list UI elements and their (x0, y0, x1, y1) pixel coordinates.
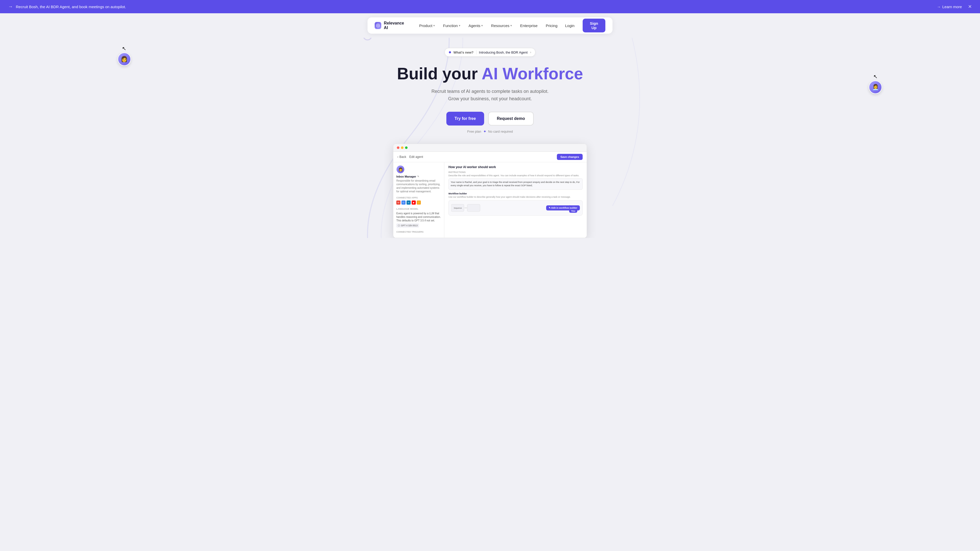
nav-items: Product ▾ Function ▾ Agents ▾ Resources … (415, 21, 561, 30)
agent-avatar: 👩 (396, 165, 404, 173)
language-model-desc: Every agent is powered by a LLM that han… (396, 212, 441, 222)
app-left-panel: 👩 Inbox Manager ✎ Responsible for stream… (393, 162, 444, 238)
svg-point-2 (363, 38, 372, 40)
avatar-float-left: ↖ 👩 (118, 45, 131, 66)
chevron-down-icon: ▾ (511, 24, 512, 27)
back-button[interactable]: ‹ Back Edit agent (397, 155, 423, 159)
signup-button[interactable]: Sign Up (583, 19, 605, 32)
nav-item-resources[interactable]: Resources ▾ (487, 21, 515, 30)
nav-resources-label: Resources (491, 24, 509, 28)
login-button[interactable]: Login (561, 21, 579, 30)
cursor-arrow-icon: ➤ (569, 204, 573, 209)
avatar-right: 👩‍💼 (869, 81, 882, 94)
nav-item-product[interactable]: Product ▾ (415, 21, 438, 30)
back-arrow-icon: ‹ (397, 155, 398, 159)
whats-new-dot (449, 51, 451, 53)
svg-text:Sequence: Sequence (454, 207, 462, 209)
cursor-icon-left: ↖ (122, 45, 126, 52)
connected-triggers-label: Connected triggers (396, 230, 441, 233)
chevron-down-icon: ▾ (481, 24, 483, 27)
badge-arrow-icon: › (530, 51, 531, 54)
hero-subtext: Recruit teams of AI agents to complete t… (431, 88, 549, 103)
app-right-panel: How your AI worker should work Instructi… (444, 162, 587, 238)
hero-section: ↖ 👩 ↖ 👩‍💼 What's new? Introducing Bosh, … (0, 38, 980, 238)
gpt-chip[interactable]: ⬡ GPT 4 32k 0513 (396, 224, 419, 227)
hero-headline: Build your AI Workforce (397, 65, 583, 83)
edit-agent-label: Edit agent (409, 155, 423, 159)
zapier-icon: ⚡ (417, 200, 421, 205)
agent-desc: Responsible for streamlining email commu… (396, 179, 441, 193)
app-content: 👩 Inbox Manager ✎ Responsible for stream… (393, 162, 587, 238)
workflow-visual: Sequence ✎ Edit in workflow builder ➤ Yo… (449, 200, 583, 216)
app-titlebar (393, 144, 587, 152)
right-panel-title: How your AI worker should work (449, 165, 583, 169)
titlebar-close-dot (397, 146, 399, 149)
logo-text: Relevance AI (384, 21, 407, 30)
whats-new-label: What's new? (453, 51, 474, 54)
gpt-label: GPT 4 32k 0513 (401, 224, 417, 227)
hero-subtext-line2: Grow your business, not your headcount. (448, 96, 532, 101)
youtube-icon: ▶ (412, 200, 416, 205)
google-icon: G (401, 200, 406, 205)
navbar-wrapper: Relevance AI Product ▾ Function ▾ Agents… (0, 13, 980, 38)
app-topbar: ‹ Back Edit agent Save changes (393, 152, 587, 162)
instructions-text-block[interactable]: Your name is Rachel, and your goal is to… (449, 178, 583, 190)
cta-note: Free plan ✦ No card required (467, 130, 513, 133)
navbar: Relevance AI Product ▾ Function ▾ Agents… (368, 17, 612, 34)
learn-more-label: Learn more (942, 5, 962, 9)
cta-plan-label: Free plan (467, 130, 481, 133)
linkedin-icon: in (407, 200, 410, 205)
gpt-icon: ⬡ (398, 224, 400, 227)
workflow-desc: Use our workflow builder to describe gen… (449, 196, 583, 198)
gmail-icon: M (396, 200, 401, 205)
titlebar-minimize-dot (401, 146, 404, 149)
banner-left: → Recruit Bosh, the AI BDR Agent, and bo… (8, 4, 126, 10)
learn-more-arrow-icon: → (937, 5, 941, 9)
connected-apps-label: Connected apps (396, 197, 441, 199)
whats-new-link: Introducing Bosh, the BDR Agent (479, 51, 528, 54)
you-label: You (569, 209, 577, 213)
close-banner-button[interactable]: ✕ (968, 4, 972, 10)
chevron-down-icon: ▾ (459, 24, 460, 27)
avatar-float-right: ↖ 👩‍💼 (869, 73, 882, 94)
titlebar-maximize-dot (405, 146, 407, 149)
banner-arrow-icon: → (8, 4, 13, 10)
logo-icon (375, 22, 381, 29)
hero-subtext-line1: Recruit teams of AI agents to complete t… (431, 89, 549, 94)
nav-item-pricing[interactable]: Pricing (542, 21, 561, 30)
svg-point-1 (377, 25, 379, 26)
language-model-label: Language model (396, 208, 441, 210)
nav-product-label: Product (419, 24, 432, 28)
workflow-label: Workflow builder (449, 192, 583, 195)
headline-black: Build your (397, 65, 478, 83)
nav-enterprise-label: Enterprise (520, 24, 538, 28)
connected-apps-row: M G in ▶ ⚡ (396, 200, 441, 205)
headline-purple: AI Workforce (482, 65, 583, 83)
edit-icon[interactable]: ✎ (417, 175, 419, 178)
whats-new-badge[interactable]: What's new? Introducing Bosh, the BDR Ag… (445, 48, 536, 57)
svg-rect-7 (467, 204, 480, 211)
logo[interactable]: Relevance AI (375, 21, 407, 30)
banner-text: Recruit Bosh, the AI BDR Agent, and book… (16, 5, 126, 9)
avatar-left: 👩 (118, 52, 131, 66)
learn-more-link[interactable]: → Learn more (937, 5, 962, 9)
nav-item-function[interactable]: Function ▾ (439, 21, 464, 30)
banner-right: → Learn more ✕ (937, 4, 972, 10)
nav-item-enterprise[interactable]: Enterprise (517, 21, 541, 30)
cursor-icon-right: ↖ (873, 73, 878, 79)
nav-function-label: Function (443, 24, 458, 28)
announcement-banner: → Recruit Bosh, the AI BDR Agent, and bo… (0, 0, 980, 13)
cta-row: Try for free Request demo (446, 112, 534, 125)
chevron-down-icon: ▾ (433, 24, 435, 27)
cta-card-label: No card required (488, 130, 513, 133)
instructions-label: Instructions (449, 171, 583, 173)
nav-agents-label: Agents (469, 24, 480, 28)
cta-note-divider: ✦ (484, 130, 486, 133)
you-cursor: ➤ You (569, 204, 577, 213)
app-screenshot: ‹ Back Edit agent Save changes 👩 Inbox M… (393, 144, 587, 238)
instructions-desc: Describe the role and responsibilities o… (449, 174, 583, 177)
request-demo-button[interactable]: Request demo (488, 112, 534, 125)
save-changes-button[interactable]: Save changes (557, 154, 583, 160)
nav-item-agents[interactable]: Agents ▾ (465, 21, 487, 30)
try-for-free-button[interactable]: Try for free (446, 112, 484, 125)
